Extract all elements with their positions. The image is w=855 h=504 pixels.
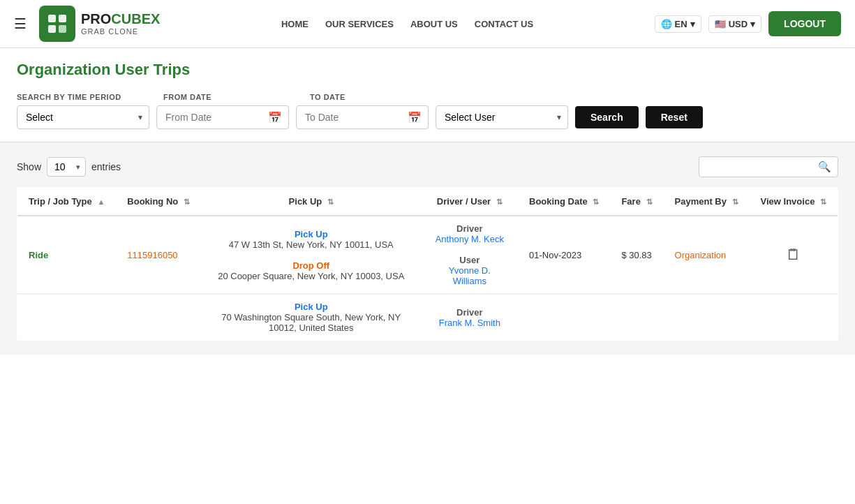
nav-right: 🌐 EN ▾ 🇺🇸 USD ▾ LOGOUT bbox=[655, 11, 841, 36]
fare-cell: $ 30.83 bbox=[610, 216, 663, 294]
col-pickup: Pick Up ⇅ bbox=[201, 188, 422, 216]
sort-icon-driver: ⇅ bbox=[496, 198, 503, 206]
from-date-input[interactable] bbox=[156, 105, 289, 129]
dropoff-label: Drop Off bbox=[212, 260, 410, 271]
table-search-wrap: 🔍 bbox=[699, 156, 838, 177]
nav-services[interactable]: OUR SERVICES bbox=[325, 19, 394, 29]
logo-subtext: GRAB CLONE bbox=[81, 27, 160, 36]
lang-chevron-icon: ▾ bbox=[690, 19, 695, 29]
dropoff-addr: 20 Cooper Square, New York, NY 10003, US… bbox=[212, 271, 410, 281]
time-period-select[interactable]: Select bbox=[17, 105, 149, 129]
view-invoice-icon[interactable]: 🗒 bbox=[786, 246, 801, 263]
svg-rect-2 bbox=[59, 15, 66, 22]
nav-contact[interactable]: CONTACT US bbox=[475, 19, 533, 29]
booking-date-cell-2 bbox=[518, 294, 610, 341]
pickup-label-2: Pick Up bbox=[212, 302, 410, 312]
currency-flag-icon: 🇺🇸 bbox=[715, 19, 726, 29]
pickup-addr-2: 70 Washington Square South, New York, NY… bbox=[212, 312, 410, 333]
logo-text: PROCUBEX GRAB CLONE bbox=[81, 11, 160, 36]
sort-icon-payment: ⇅ bbox=[732, 198, 738, 206]
entries-select-wrap: 10 25 50 ▾ bbox=[47, 157, 86, 177]
currency-selector[interactable]: 🇺🇸 USD ▾ bbox=[708, 15, 761, 33]
table-row: Pick Up 70 Washington Square South, New … bbox=[17, 294, 838, 341]
booking-no-cell: 1115916050 bbox=[116, 216, 201, 294]
driver-name: Anthony M. Keck bbox=[433, 234, 507, 244]
sort-icon-pickup: ⇅ bbox=[327, 198, 334, 206]
payment-cell: Organization bbox=[664, 216, 750, 294]
time-period-label: SEARCH BY TIME PERIOD bbox=[17, 93, 156, 101]
sort-icon-trip: ▲ bbox=[97, 198, 105, 206]
time-period-select-wrap: Select ▾ bbox=[17, 105, 149, 129]
lang-label: EN bbox=[675, 19, 687, 29]
to-date-label: TO DATE bbox=[310, 93, 449, 101]
pickup-label: Pick Up bbox=[212, 229, 410, 239]
reset-button[interactable]: Reset bbox=[646, 106, 703, 128]
sort-icon-fare: ⇅ bbox=[646, 198, 653, 206]
driver-user-cell: Driver Anthony M. Keck User Yvonne D. Wi… bbox=[422, 216, 518, 294]
user-name: Yvonne D. Williams bbox=[433, 265, 507, 286]
logo-icon bbox=[39, 6, 75, 42]
search-button[interactable]: Search bbox=[575, 106, 639, 128]
svg-rect-3 bbox=[48, 25, 56, 33]
user-select[interactable]: Select User bbox=[436, 105, 568, 129]
to-date-input[interactable] bbox=[296, 105, 429, 129]
trip-type-cell-2 bbox=[17, 294, 117, 341]
show-label: Show bbox=[17, 161, 41, 172]
hamburger-icon[interactable]: ☰ bbox=[14, 15, 27, 32]
entries-select[interactable]: 10 25 50 bbox=[47, 157, 86, 177]
fare-cell-2 bbox=[610, 294, 663, 341]
driver-name-2: Frank M. Smith bbox=[433, 318, 507, 328]
col-fare: Fare ⇅ bbox=[610, 188, 663, 216]
globe-icon: 🌐 bbox=[661, 19, 672, 29]
table-section: Show 10 25 50 ▾ entries 🔍 Trip / Job Typ… bbox=[0, 142, 855, 355]
data-table: Trip / Job Type ▲ Booking No ⇅ Pick Up ⇅… bbox=[17, 187, 838, 341]
table-row: Ride 1115916050 Pick Up 47 W 13th St, Ne… bbox=[17, 216, 838, 294]
language-selector[interactable]: 🌐 EN ▾ bbox=[655, 15, 701, 33]
from-date-wrap: 📅 bbox=[156, 105, 289, 129]
col-invoice: View Invoice ⇅ bbox=[750, 188, 838, 216]
nav-about[interactable]: ABOUT US bbox=[410, 19, 458, 29]
driver-user-cell-2: Driver Frank M. Smith bbox=[422, 294, 518, 341]
logo: PROCUBEX GRAB CLONE bbox=[39, 6, 160, 42]
entries-label: entries bbox=[91, 161, 121, 172]
sort-icon-invoice: ⇅ bbox=[820, 198, 826, 206]
user-label: User bbox=[433, 255, 507, 265]
location-cell-2: Pick Up 70 Washington Square South, New … bbox=[201, 294, 422, 341]
logout-button[interactable]: LOGOUT bbox=[768, 11, 841, 36]
from-date-label: FROM DATE bbox=[163, 93, 303, 101]
pickup-addr: 47 W 13th St, New York, NY 10011, USA bbox=[212, 239, 410, 250]
booking-date-cell: 01-Nov-2023 bbox=[518, 216, 610, 294]
user-select-wrap: Select User ▾ bbox=[436, 105, 568, 129]
nav-menu: HOME OUR SERVICES ABOUT US CONTACT US bbox=[281, 19, 533, 29]
location-cell: Pick Up 47 W 13th St, New York, NY 10011… bbox=[201, 216, 422, 294]
booking-no-cell-2 bbox=[116, 294, 201, 341]
sort-icon-date: ⇅ bbox=[593, 198, 599, 206]
invoice-cell[interactable]: 🗒 bbox=[750, 216, 838, 294]
navbar: ☰ PROCUBEX GRAB CLONE HOME OUR SERVICE bbox=[0, 0, 855, 48]
col-payment: Payment By ⇅ bbox=[664, 188, 750, 216]
driver-label-2: Driver bbox=[433, 307, 507, 318]
search-icon: 🔍 bbox=[818, 161, 831, 173]
page-title: Organization User Trips bbox=[0, 48, 855, 86]
col-booking-date: Booking Date ⇅ bbox=[518, 188, 610, 216]
payment-cell-2 bbox=[664, 294, 750, 341]
svg-rect-1 bbox=[48, 15, 56, 22]
table-controls: Show 10 25 50 ▾ entries 🔍 bbox=[17, 156, 838, 177]
nav-home[interactable]: HOME bbox=[281, 19, 308, 29]
trip-type-cell: Ride bbox=[17, 216, 117, 294]
col-driver-user: Driver / User ⇅ bbox=[422, 188, 518, 216]
sort-icon-booking: ⇅ bbox=[184, 198, 190, 206]
driver-label: Driver bbox=[433, 223, 507, 234]
col-trip-type: Trip / Job Type ▲ bbox=[17, 188, 117, 216]
invoice-cell-2 bbox=[750, 294, 838, 341]
filter-bar: SEARCH BY TIME PERIOD FROM DATE TO DATE … bbox=[0, 86, 855, 142]
currency-label: USD bbox=[729, 19, 748, 29]
table-search-input[interactable] bbox=[699, 156, 838, 177]
to-date-wrap: 📅 bbox=[296, 105, 429, 129]
logo-name: PROCUBEX bbox=[81, 11, 160, 27]
currency-chevron-icon: ▾ bbox=[750, 19, 755, 29]
col-booking-no: Booking No ⇅ bbox=[116, 188, 201, 216]
svg-rect-4 bbox=[59, 25, 66, 33]
show-entries: Show 10 25 50 ▾ entries bbox=[17, 157, 121, 177]
table-header-row: Trip / Job Type ▲ Booking No ⇅ Pick Up ⇅… bbox=[17, 188, 838, 216]
